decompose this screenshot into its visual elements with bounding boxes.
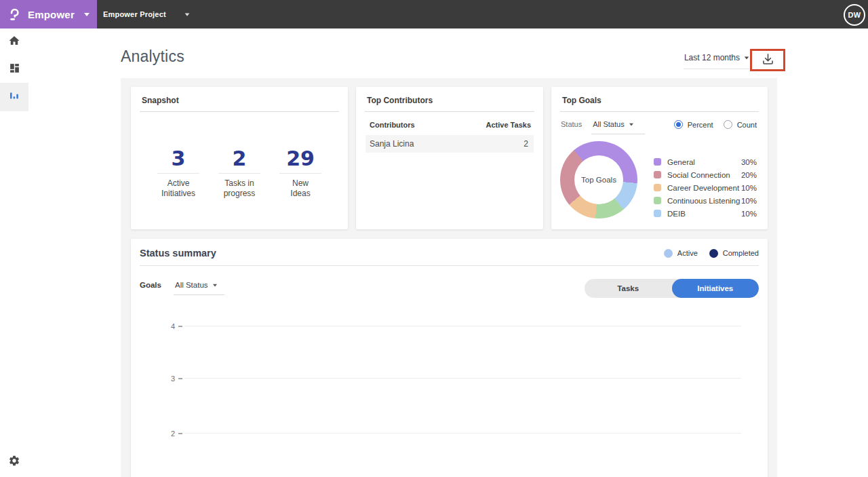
legend-swatch bbox=[654, 171, 661, 178]
stat-rule bbox=[218, 173, 260, 174]
status-summary-card: Status summary ActiveCompleted Goals All… bbox=[131, 239, 768, 477]
legend-value: 10% bbox=[741, 184, 757, 192]
page-title: Analytics bbox=[121, 47, 184, 66]
chart-grid-row: 4 bbox=[140, 323, 741, 329]
download-button[interactable] bbox=[752, 51, 783, 69]
status-caret-icon bbox=[629, 123, 633, 126]
legend-row: General30% bbox=[654, 155, 757, 168]
top-goals-status-dropdown[interactable]: All Status bbox=[591, 119, 644, 134]
y-axis-tick-label: 2 bbox=[140, 430, 175, 438]
status-summary-title: Status summary bbox=[140, 248, 216, 259]
goals-status-caret-icon bbox=[213, 284, 217, 286]
stat-value: 3 bbox=[152, 147, 205, 170]
legend-swatch bbox=[654, 210, 661, 217]
toggle-initiatives[interactable]: Initiatives bbox=[672, 279, 760, 298]
snapshot-stat: 2Tasks in progress bbox=[213, 147, 266, 199]
divider bbox=[140, 265, 759, 266]
snapshot-title: Snapshot bbox=[131, 87, 348, 111]
sidebar-item-dashboard[interactable] bbox=[0, 56, 28, 83]
legend-dot-icon bbox=[664, 249, 673, 258]
stat-value: 2 bbox=[213, 147, 266, 170]
sidebar-item-analytics[interactable] bbox=[0, 83, 28, 111]
project-selector[interactable]: Empower Project bbox=[103, 10, 190, 18]
y-axis-tick-label: 3 bbox=[140, 375, 175, 383]
y-axis-tick-icon bbox=[178, 378, 182, 379]
legend-value: 20% bbox=[741, 171, 757, 179]
contributor-name: Sanja Licina bbox=[370, 139, 414, 149]
legend-dot-icon bbox=[709, 249, 718, 258]
legend-label: Social Connection bbox=[667, 171, 741, 179]
status-legend-item: Active bbox=[664, 249, 698, 258]
snapshot-stats: 3Active Initiatives2Tasks in progress29N… bbox=[131, 147, 348, 199]
status-legend-label: Active bbox=[677, 249, 698, 257]
goals-status-value: All Status bbox=[175, 281, 208, 289]
tasks-initiatives-toggle: TasksInitiatives bbox=[585, 279, 759, 298]
legend-swatch bbox=[654, 158, 661, 166]
status-summary-controls: Goals All Status TasksInitiatives bbox=[140, 279, 759, 298]
col-contributors: Contributors bbox=[370, 121, 415, 129]
stat-value: 29 bbox=[274, 147, 327, 170]
snapshot-stat: 3Active Initiatives bbox=[152, 147, 205, 199]
contributor-row: Sanja Licina2 bbox=[366, 135, 534, 153]
legend-value: 10% bbox=[741, 197, 757, 205]
legend-value: 30% bbox=[741, 158, 757, 166]
gridline bbox=[184, 378, 741, 379]
top-bar: Empower Empower Project DW bbox=[0, 0, 868, 28]
gear-icon bbox=[8, 455, 20, 470]
download-icon bbox=[761, 52, 775, 68]
top-goals-filter-row: Status All Status Percent Count bbox=[551, 112, 768, 134]
legend-value: 10% bbox=[741, 210, 757, 218]
brand-menu[interactable]: Empower bbox=[0, 0, 97, 28]
empower-logo-icon bbox=[9, 8, 20, 21]
date-range-value: Last 12 months bbox=[684, 53, 740, 62]
top-goals-body: Top Goals General30%Social Connection20%… bbox=[551, 141, 768, 220]
stat-rule bbox=[279, 173, 321, 174]
stat-label: Active Initiatives bbox=[152, 178, 205, 199]
avatar[interactable]: DW bbox=[844, 4, 865, 26]
status-legend-label: Completed bbox=[723, 249, 759, 257]
dashboard-icon bbox=[9, 62, 20, 77]
legend-label: Career Development bbox=[667, 184, 741, 192]
legend-row: DEIB10% bbox=[654, 207, 757, 220]
sidebar-item-settings[interactable] bbox=[0, 449, 28, 476]
status-summary-header: Status summary ActiveCompleted bbox=[131, 239, 768, 265]
y-axis-tick-label: 4 bbox=[140, 322, 175, 330]
legend-label: DEIB bbox=[667, 210, 741, 218]
goals-status-dropdown[interactable]: All Status bbox=[174, 279, 224, 295]
y-axis-tick-icon bbox=[178, 326, 182, 327]
radio-count[interactable]: Count bbox=[724, 120, 757, 129]
y-axis-tick-icon bbox=[178, 433, 182, 434]
gridline bbox=[184, 433, 741, 434]
snapshot-card: Snapshot 3Active Initiatives2Tasks in pr… bbox=[131, 87, 348, 229]
divider bbox=[140, 111, 339, 112]
top-goals-donut: Top Goals bbox=[560, 141, 637, 218]
cards-row: Snapshot 3Active Initiatives2Tasks in pr… bbox=[131, 87, 768, 229]
status-label: Status bbox=[561, 119, 582, 128]
top-contributors-card: Top Contributors Contributors Active Tas… bbox=[356, 87, 543, 229]
project-caret-icon bbox=[185, 13, 190, 16]
radio-percent[interactable]: Percent bbox=[674, 120, 713, 129]
sidebar-item-home[interactable] bbox=[0, 28, 28, 56]
radio-percent-label: Percent bbox=[688, 121, 713, 129]
brand-name: Empower bbox=[28, 9, 75, 20]
home-icon bbox=[8, 35, 20, 50]
col-active-tasks: Active Tasks bbox=[486, 121, 531, 129]
legend-label: General bbox=[667, 158, 741, 166]
radio-percent-icon bbox=[674, 120, 683, 129]
chart-grid-row: 3 bbox=[140, 375, 741, 381]
bar-chart-icon bbox=[8, 90, 20, 104]
radio-count-label: Count bbox=[737, 121, 757, 129]
status-legend-item: Completed bbox=[709, 249, 759, 258]
date-range-caret-icon bbox=[745, 56, 749, 59]
top-goals-status-value: All Status bbox=[593, 120, 624, 128]
date-range-dropdown[interactable]: Last 12 months bbox=[684, 53, 749, 69]
project-name: Empower Project bbox=[103, 10, 166, 18]
legend-row: Continuous Listening10% bbox=[654, 194, 757, 207]
top-goals-legend: General30%Social Connection20%Career Dev… bbox=[654, 155, 757, 220]
legend-row: Social Connection20% bbox=[654, 168, 757, 181]
chart-grid-row: 2 bbox=[140, 430, 741, 436]
goals-label: Goals bbox=[140, 279, 161, 289]
status-summary-legend: ActiveCompleted bbox=[664, 249, 759, 258]
donut-center-label: Top Goals bbox=[574, 155, 623, 204]
toggle-tasks[interactable]: Tasks bbox=[585, 279, 672, 298]
